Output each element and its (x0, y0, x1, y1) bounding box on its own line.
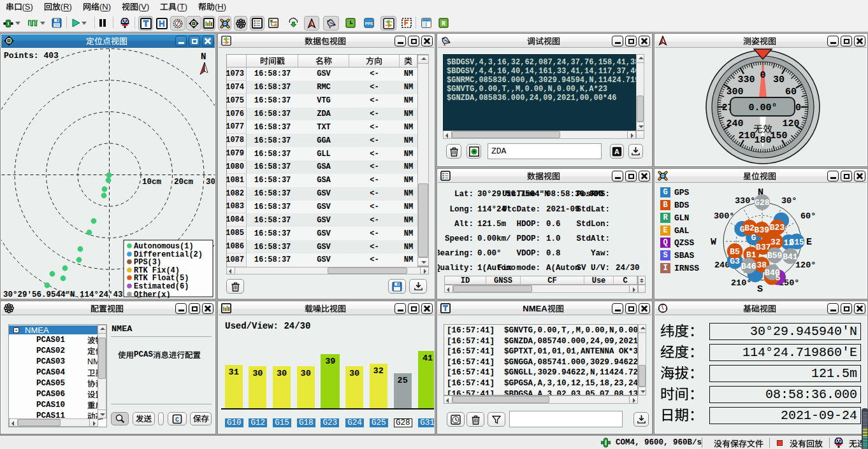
svg-text:B5: B5 (730, 247, 740, 257)
svg-text:330°: 330° (735, 196, 755, 206)
svg-text:B2: B2 (744, 224, 755, 233)
svg-text:B59: B59 (767, 251, 783, 260)
svg-text:210: 210 (738, 131, 755, 141)
svg-text:G15: G15 (789, 238, 804, 247)
svg-text:R: R (441, 20, 445, 27)
svg-text:C: C (175, 417, 179, 424)
svg-text:B39: B39 (755, 225, 770, 235)
svg-text:120°: 120° (795, 260, 816, 270)
svg-text:10cm: 10cm (142, 178, 162, 187)
svg-text:240: 240 (726, 118, 743, 129)
svg-text:60: 60 (785, 87, 797, 97)
svg-text:210°: 210° (731, 278, 751, 288)
svg-text:300°: 300° (714, 211, 734, 221)
svg-text:E: E (806, 237, 812, 248)
svg-text:60°: 60° (800, 211, 816, 221)
svg-text:B41: B41 (783, 252, 798, 262)
svg-text:300: 300 (726, 87, 743, 97)
svg-text:PPS: PPS (365, 21, 372, 25)
svg-text:30: 30 (773, 75, 785, 85)
svg-text:B1: B1 (746, 250, 756, 260)
svg-text:B40: B40 (765, 268, 780, 278)
svg-text:Other(x): Other(x) (134, 290, 171, 298)
svg-text:N: N (201, 52, 206, 62)
svg-text:Points: 403: Points: 403 (4, 51, 59, 61)
svg-text:330: 330 (737, 75, 755, 85)
svg-text:30°29'56.9544"N 114°24'43.: 30°29'56.9544"N 114°24'43. (3, 290, 127, 298)
svg-text:Estimated(6): Estimated(6) (134, 282, 189, 291)
svg-text:20cm: 20cm (174, 178, 194, 187)
svg-text:Autonomous(1): Autonomous(1) (134, 242, 194, 251)
svg-text:30°: 30° (781, 196, 797, 206)
svg-text:G3: G3 (730, 257, 740, 266)
svg-text:RTK Float(5): RTK Float(5) (134, 274, 189, 283)
svg-text:G28: G28 (755, 198, 770, 208)
svg-text:30c: 30c (206, 178, 215, 187)
svg-text:B46: B46 (741, 262, 756, 271)
svg-text:A: A (614, 148, 619, 155)
svg-text:120: 120 (782, 118, 799, 129)
svg-text:150: 150 (770, 131, 787, 141)
svg-text:W: W (711, 237, 716, 248)
svg-text:B23: B23 (770, 223, 785, 232)
svg-text:32: 32 (770, 238, 781, 247)
svg-text:0: 0 (760, 70, 765, 81)
svg-text:S: S (757, 284, 763, 295)
svg-text:180: 180 (754, 135, 771, 146)
svg-text:0.00°: 0.00° (748, 103, 777, 113)
svg-text:PPS(3): PPS(3) (134, 258, 161, 267)
